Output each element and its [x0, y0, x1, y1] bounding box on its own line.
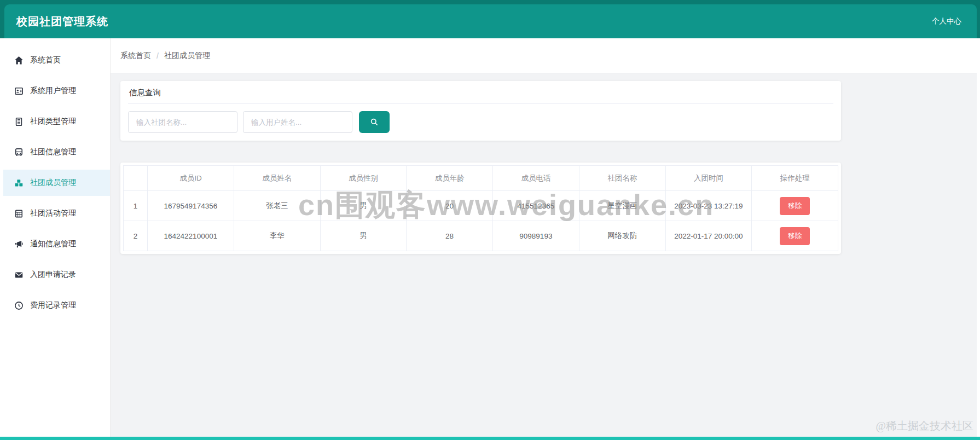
cell-member-id: 1679549174356 [148, 191, 234, 221]
search-form [128, 104, 833, 141]
breadcrumb-separator: / [156, 51, 159, 60]
header-wrap: 校园社团管理系统 个人中心 [0, 0, 980, 38]
breadcrumb-root[interactable]: 系统首页 [120, 51, 151, 61]
body-row: 系统首页 系统用户管理 社团类型管理 社团信息管理 社团成员管理 [3, 38, 977, 437]
cell-club-name: 星空漫画 [579, 191, 665, 221]
user-name-input[interactable] [243, 111, 352, 133]
sidebar-item-label: 系统用户管理 [30, 86, 76, 96]
header-member-id: 成员ID [148, 166, 234, 191]
bottom-edge-strip [0, 437, 980, 440]
breadcrumb-current: 社团成员管理 [164, 51, 210, 61]
header-club-name: 社团名称 [579, 166, 665, 191]
cell-club-name: 网络攻防 [579, 221, 665, 251]
members-table: 成员ID 成员姓名 成员性别 成员年龄 成员电话 社团名称 入团时间 操作处理 [123, 165, 838, 251]
table-row: 1 1679549174356 张老三 男 20 415512365 星空漫画 … [124, 191, 838, 221]
sidebar-item-label: 通知信息管理 [30, 239, 76, 249]
sidebar-item-notifications[interactable]: 通知信息管理 [3, 231, 110, 257]
sidebar-item-fee-records[interactable]: 费用记录管理 [3, 292, 110, 319]
cell-member-name: 李华 [234, 221, 320, 251]
cell-member-phone: 415512365 [493, 191, 579, 221]
sidebar-item-label: 社团类型管理 [30, 117, 76, 126]
cell-actions: 移除 [752, 221, 838, 251]
header-index [124, 166, 148, 191]
page-body: 信息查询 [111, 73, 977, 437]
members-table-card: 成员ID 成员姓名 成员性别 成员年龄 成员电话 社团名称 入团时间 操作处理 [120, 163, 841, 254]
sidebar-item-join-applications[interactable]: 入团申请记录 [3, 262, 110, 288]
sidebar-item-system-users[interactable]: 系统用户管理 [3, 78, 110, 104]
sidebar-item-label: 社团信息管理 [30, 147, 76, 157]
home-icon [14, 56, 24, 65]
app-header: 校园社团管理系统 个人中心 [4, 4, 977, 38]
search-panel: 信息查询 [120, 81, 841, 141]
sidebar-item-label: 社团活动管理 [30, 209, 76, 218]
cell-join-time: 2023-03-23 13:27:19 [665, 191, 752, 221]
main-content: 系统首页 / 社团成员管理 信息查询 [111, 38, 977, 437]
sidebar-item-label: 费用记录管理 [30, 300, 76, 310]
clock-icon [14, 301, 24, 310]
sidebar-item-system-home[interactable]: 系统首页 [3, 47, 110, 73]
sidebar-item-label: 系统首页 [30, 55, 61, 65]
cell-member-gender: 男 [320, 191, 407, 221]
search-panel-title: 信息查询 [128, 81, 833, 104]
header-member-name: 成员姓名 [234, 166, 320, 191]
sidebar-item-club-members[interactable]: 社团成员管理 [3, 170, 110, 196]
club-name-input[interactable] [128, 111, 237, 133]
cell-index: 1 [124, 191, 148, 221]
cell-member-gender: 男 [320, 221, 407, 251]
search-button[interactable] [359, 111, 390, 133]
building-icon [14, 117, 24, 126]
cell-join-time: 2022-01-17 20:00:00 [665, 221, 752, 251]
header-member-age: 成员年龄 [407, 166, 493, 191]
cell-actions: 移除 [752, 191, 838, 221]
cell-member-age: 28 [407, 221, 493, 251]
sidebar-item-club-info[interactable]: 社团信息管理 [3, 139, 110, 165]
cell-member-name: 张老三 [234, 191, 320, 221]
remove-button[interactable]: 移除 [780, 197, 810, 215]
app-title: 校园社团管理系统 [16, 14, 108, 29]
cell-member-phone: 90989193 [493, 221, 579, 251]
header-member-phone: 成员电话 [493, 166, 579, 191]
cell-index: 2 [124, 221, 148, 251]
sidebar-item-label: 社团成员管理 [30, 178, 76, 188]
envelope-icon [14, 270, 24, 280]
bus-icon [14, 148, 24, 157]
header-member-gender: 成员性别 [320, 166, 407, 191]
search-icon [370, 118, 379, 126]
remove-button[interactable]: 移除 [780, 227, 810, 245]
bullhorn-icon [14, 240, 24, 249]
cell-member-id: 1642422100001 [148, 221, 234, 251]
table-row: 2 1642422100001 李华 男 28 90989193 网络攻防 20… [124, 221, 838, 251]
breadcrumb: 系统首页 / 社团成员管理 [111, 38, 977, 73]
calculator-icon [14, 209, 24, 218]
header-join-time: 入团时间 [665, 166, 752, 191]
sidebar-item-club-types[interactable]: 社团类型管理 [3, 108, 110, 135]
cubes-icon [14, 178, 24, 188]
sidebar-item-label: 入团申请记录 [30, 270, 76, 280]
sidebar: 系统首页 系统用户管理 社团类型管理 社团信息管理 社团成员管理 [3, 38, 111, 437]
table-header-row: 成员ID 成员姓名 成员性别 成员年龄 成员电话 社团名称 入团时间 操作处理 [124, 166, 838, 191]
header-actions: 操作处理 [752, 166, 838, 191]
cell-member-age: 20 [407, 191, 493, 221]
user-center-link[interactable]: 个人中心 [932, 16, 961, 26]
sidebar-item-club-activities[interactable]: 社团活动管理 [3, 200, 110, 227]
user-card-icon [14, 86, 24, 96]
